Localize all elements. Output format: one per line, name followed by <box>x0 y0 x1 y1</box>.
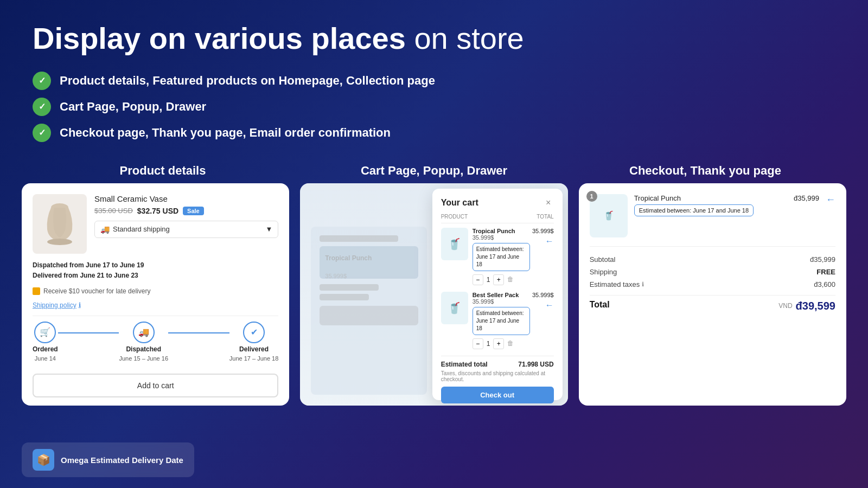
add-to-cart-button[interactable]: Add to cart <box>33 374 278 397</box>
shipping-select-inner: 🚚 Standard shipping <box>100 225 170 234</box>
section-label-cart: Cart Page, Popup, Drawer <box>304 164 564 178</box>
sale-badge: Sale <box>183 207 204 215</box>
main-title: Display on various places on store <box>33 22 835 55</box>
check-icon-3: ✓ <box>33 124 51 142</box>
cart-item-2-right: 35.999$ ← <box>532 292 554 310</box>
cart-columns: PRODUCT TOTAL <box>441 214 554 223</box>
checkout-content: 1 🥤 Tropical Punch Estimated between: Ju… <box>579 183 846 323</box>
checkout-totals: Subtotal đ35,999 Shipping FREE Estimated… <box>590 255 835 312</box>
cart-estimated-total: Estimated total 71.998 USD Taxes, discou… <box>441 356 554 403</box>
bg-line-3 <box>320 294 369 300</box>
feature-list: ✓ Product details, Featured products on … <box>33 72 835 142</box>
arrow-icon-1: ← <box>545 236 554 246</box>
delete-item-2[interactable]: 🗑 <box>507 339 516 348</box>
section-label-checkout: Checkout, Thank you page <box>575 164 835 178</box>
qty-increase-2[interactable]: + <box>493 338 504 349</box>
checkout-card: 1 🥤 Tropical Punch Estimated between: Ju… <box>579 183 846 406</box>
qty-decrease-1[interactable]: − <box>473 274 483 285</box>
cart-item-2-estimate: Estimated between:June 17 and June 18 <box>473 307 530 335</box>
cart-qty-controls-2: − 1 + 🗑 <box>473 338 530 349</box>
cart-header: Your cart × <box>441 197 554 208</box>
product-name: Small Ceramic Vase <box>94 194 278 203</box>
cart-qty-controls-1: − 1 + 🗑 <box>473 274 530 285</box>
bg-product-1: Tropical Punch 35.999$ <box>320 246 418 279</box>
grand-total-amount: đ39,599 <box>796 300 835 312</box>
bg-prod-label: Tropical Punch <box>320 246 418 270</box>
cart-item-1-estimate: Estimated between:June 17 and June 18 <box>473 243 530 271</box>
cart-bg-text: Tropical Punch 35.999$ <box>311 227 426 334</box>
cart-bg-left: Tropical Punch 35.999$ <box>311 227 426 395</box>
product-details-card: Small Ceramic Vase $35.00 USD $32.75 USD… <box>22 183 289 406</box>
cart-item-1-wrapper: 🥤 Tropical Punch 35.999$ Estimated betwe… <box>441 228 554 292</box>
checkout-item-name: Tropical Punch <box>634 194 787 202</box>
shipping-policy-link[interactable]: Shipping policy ℹ <box>33 301 278 309</box>
voucher-icon <box>33 287 40 295</box>
checkout-item-image: 1 🥤 <box>590 194 628 237</box>
qty-decrease-2[interactable]: − <box>473 338 483 349</box>
delivered-icon: ✔ <box>243 322 265 343</box>
checkout-button[interactable]: Check out <box>441 387 554 403</box>
delivery-info: Dispatched from June 17 to June 19 Deliv… <box>33 260 278 281</box>
cart-icon: 🛒 <box>34 322 56 343</box>
feature-item-1: ✓ Product details, Featured products on … <box>33 72 835 90</box>
shipping-label: Standard shipping <box>113 225 170 233</box>
bg-prod-price: 35.999$ <box>320 270 418 282</box>
timeline-delivered: ✔ Delivered June 17 – June 18 <box>229 322 279 362</box>
cart-page-card: Tropical Punch 35.999$ Your cart × PRODU… <box>300 183 567 406</box>
cart-close-button[interactable]: × <box>543 197 554 208</box>
grand-total-line: Total VND đ39,599 <box>590 295 835 312</box>
cart-item-2-wrapper: 🥤 Best Seller Pack 35.999$ Estimated bet… <box>441 292 554 356</box>
qty-increase-1[interactable]: + <box>493 274 504 285</box>
info-icon-checkout: ℹ <box>642 281 644 288</box>
total-vnd-row: VND đ39,599 <box>778 300 835 312</box>
footer: 📦 Omega Estimated Delivery Date <box>22 442 194 477</box>
product-card-content: Small Ceramic Vase $35.00 USD $32.75 USD… <box>22 183 289 406</box>
price-sale: $32.75 USD <box>137 207 178 215</box>
checkout-arrow-icon: ← <box>826 194 835 206</box>
bg-line-1 <box>320 235 398 242</box>
timeline-ordered: 🛒 Ordered June 14 <box>33 322 58 362</box>
voucher-row: Receive $10 voucher for late delivery <box>33 287 278 295</box>
checkout-item-badge: 1 <box>586 191 597 202</box>
timeline-section: 🛒 Ordered June 14 🚚 Dispatched June 15 –… <box>33 316 278 367</box>
price-original: $35.00 USD <box>94 207 133 215</box>
svg-point-1 <box>47 239 72 245</box>
cart-title: Your cart <box>441 198 478 208</box>
cart-item-2-image: 🥤 <box>441 292 468 324</box>
timeline-connector-2 <box>168 332 229 333</box>
checkout-estimate-box: Estimated between: June 17 and June 18 <box>634 204 754 216</box>
check-icon-1: ✓ <box>33 72 51 90</box>
cart-popup: Your cart × PRODUCT TOTAL 🥤 Tropical Pun… <box>432 189 563 400</box>
timeline-dispatched: 🚚 Dispatched June 15 – June 16 <box>119 322 168 362</box>
product-info: Small Ceramic Vase $35.00 USD $32.75 USD… <box>94 194 278 238</box>
chevron-down-icon: ▼ <box>265 225 272 233</box>
taxes-label-row: Estimated taxes ℹ <box>590 280 644 288</box>
footer-app-name: Omega Estimated Delivery Date <box>61 455 183 465</box>
taxes-line: Estimated taxes ℹ đ3,600 <box>590 280 835 288</box>
cart-item-2: 🥤 Best Seller Pack 35.999$ Estimated bet… <box>441 292 530 349</box>
timeline-connector-1 <box>58 332 119 333</box>
cart-item-2-details: Best Seller Pack 35.999$ Estimated betwe… <box>473 292 530 349</box>
shipping-select[interactable]: 🚚 Standard shipping ▼ <box>94 221 278 238</box>
subtotal-line: Subtotal đ35,999 <box>590 255 835 264</box>
section-label-product: Product details <box>33 164 293 178</box>
cards-row: Small Ceramic Vase $35.00 USD $32.75 USD… <box>0 183 868 416</box>
product-top: Small Ceramic Vase $35.00 USD $32.75 USD… <box>33 194 278 254</box>
footer-app-icon: 📦 <box>33 449 54 471</box>
header-section: Display on various places on store ✓ Pro… <box>0 0 868 153</box>
feature-item-2: ✓ Cart Page, Popup, Drawer <box>33 98 835 116</box>
checkout-item-price: đ35,999 <box>794 194 819 202</box>
feature-item-3: ✓ Checkout page, Thank you page, Email o… <box>33 124 835 142</box>
bg-line-2 <box>320 284 379 291</box>
check-icon-2: ✓ <box>33 98 51 116</box>
delete-item-1[interactable]: 🗑 <box>507 275 516 284</box>
checkout-item-info: Tropical Punch Estimated between: June 1… <box>634 194 787 216</box>
shipping-line: Shipping FREE <box>590 268 835 276</box>
truck-icon: 🚚 <box>133 322 155 343</box>
cart-item-1-details: Tropical Punch 35.999$ Estimated between… <box>473 228 530 285</box>
cart-tax-note: Taxes, discounts and shipping calculated… <box>441 370 554 382</box>
cart-total-row: Estimated total 71.998 USD <box>441 361 554 368</box>
section-labels: Product details Cart Page, Popup, Drawer… <box>0 153 868 183</box>
cart-item-1-right: 35.999$ ← <box>532 228 554 246</box>
cart-item-1: 🥤 Tropical Punch 35.999$ Estimated betwe… <box>441 228 530 285</box>
